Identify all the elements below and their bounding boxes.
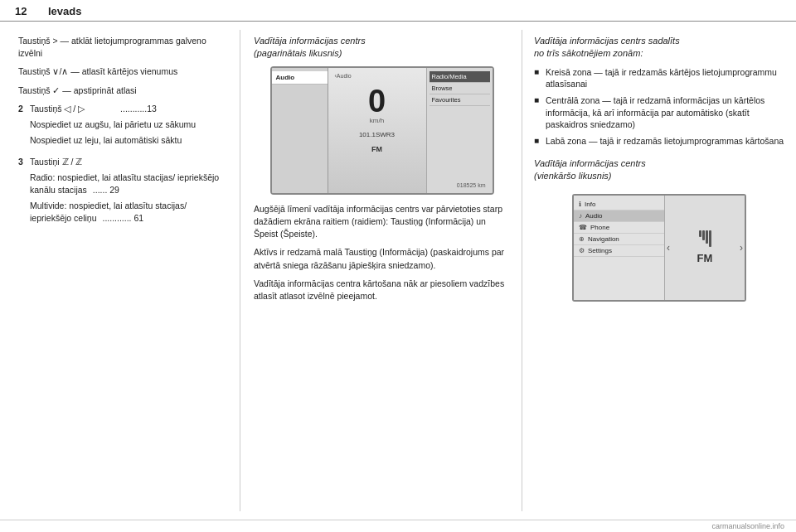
screen2-navigation: ⊕ Navigation — [574, 234, 664, 245]
list-2-label: Taustiņš ◁ / ▷ ...........13 — [30, 103, 225, 115]
screen-speed: 0 — [368, 85, 386, 117]
screen2-info: ℹ Info — [574, 199, 664, 210]
footer: carmanualsonline.info — [0, 520, 796, 532]
page-body: Taustiņš > — atklāt lietojumprogrammas g… — [0, 22, 796, 520]
screen-browse: Browse — [430, 83, 490, 94]
intro-p1: Taustiņš > — atklāt lietojumprogrammas g… — [18, 35, 225, 60]
list-3-label: Taustiņi ℤ / ℤ — [30, 156, 225, 168]
left-column: Taustiņš > — atklāt lietojumprogrammas g… — [0, 30, 240, 511]
screen-image-container: Audio ‹Audio 0 km/h 101.1SWR3 FM 018525 … — [254, 66, 510, 195]
arrow-right-icon: › — [740, 242, 743, 254]
list-2-sub2: Nospiediet uz leju, lai automātiski sākt… — [30, 134, 225, 147]
screen-audio-label: ‹Audio — [335, 73, 352, 79]
screen2-left-panel: ℹ Info ♪ Audio ☎ Phone — [574, 196, 665, 300]
mid-heading: Vadītāja informācijas centrs (pagarināta… — [254, 35, 510, 60]
antenna-waves — [699, 230, 711, 247]
right-heading: Vadītāja informācijas centrs sadalīts no… — [534, 35, 784, 60]
intro-p2: Taustiņš ∨/∧ — atlasīt kārtējos vienumus — [18, 65, 225, 78]
screen2-phone: ☎ Phone — [574, 222, 664, 234]
list-item-2: 2 Taustiņš ◁ / ▷ ...........13 Nospiedie… — [18, 103, 225, 151]
wave-4 — [709, 230, 711, 247]
car-screen-secondary: ℹ Info ♪ Audio ☎ Phone — [572, 194, 746, 302]
mid-body: Augšējā līmenī vadītāja informācijas cen… — [254, 203, 510, 303]
screen2-settings: ⚙ Settings — [574, 245, 664, 257]
mid-p1: Augšējā līmenī vadītāja informācijas cen… — [254, 203, 510, 241]
settings-icon: ⚙ — [579, 247, 585, 254]
list-2-sub1: Nospiediet uz augšu, lai pārietu uz sāku… — [30, 118, 225, 131]
screen-station: 101.1SWR3 — [359, 131, 395, 138]
navigation-icon: ⊕ — [579, 235, 585, 243]
screen2-image-container: ℹ Info ♪ Audio ☎ Phone — [534, 189, 784, 302]
screen-radiomedia: Radio/Media — [430, 71, 490, 83]
screen-freq: FM — [371, 145, 382, 153]
right-body: ■ Kreisā zona — tajā ir redzamās kārtējo… — [534, 66, 784, 148]
intro-p3: Taustiņš ✓ — apstiprināt atlasi — [18, 85, 225, 97]
bullet-text-1: Kreisā zona — tajā ir redzamās kārtējos … — [546, 66, 784, 90]
page: 12 Ievads Taustiņš > — atklāt lietojumpr… — [0, 0, 796, 532]
mid-p2: Aktīvs ir redzamā malā Taustiņg (Informā… — [254, 246, 510, 271]
mid-p3: Vadītāja informācijas centra kārtošana n… — [254, 278, 510, 302]
bullet-text-2: Centrālā zona — tajā ir redzamā informāc… — [546, 94, 784, 131]
antenna-icon — [699, 230, 711, 249]
screen2-right-panel: ‹ FM › — [665, 196, 745, 300]
list-content-3: Taustiņi ℤ / ℤ Radio: nospiediet, lai at… — [30, 156, 225, 229]
screen2-fm-label: FM — [697, 252, 713, 264]
wave-2 — [702, 230, 705, 240]
list-num-3: 3 — [18, 156, 30, 229]
bullet-1: ■ Kreisā zona — tajā ir redzamās kārtējo… — [534, 66, 784, 90]
phone-icon: ☎ — [579, 224, 587, 231]
wave-1 — [699, 230, 701, 237]
bullet-sym-1: ■ — [534, 66, 546, 90]
audio-icon: ♪ — [579, 212, 582, 220]
list-item-3: 3 Taustiņi ℤ / ℤ Radio: nospiediet, lai … — [18, 156, 225, 229]
bullet-3: ■ Labā zona — tajā ir redzamās lietojump… — [534, 135, 784, 148]
list-content-2: Taustiņš ◁ / ▷ ...........13 Nospiediet … — [30, 103, 225, 151]
footer-url: carmanualsonline.info — [711, 522, 784, 530]
right-heading-2: Vadītāja informācijas centrs (vienkāršo … — [534, 157, 784, 182]
screen-center-panel: ‹Audio 0 km/h 101.1SWR3 FM 018525 km — [328, 68, 426, 193]
bullet-2: ■ Centrālā zona — tajā ir redzamā inform… — [534, 94, 784, 131]
page-title: Ievads — [48, 5, 81, 17]
list-3-radio: Radio: nospiediet, lai atlasītu stacijas… — [30, 172, 225, 196]
wave-3 — [706, 230, 708, 244]
list-num-2: 2 — [18, 103, 30, 151]
page-header: 12 Ievads — [0, 0, 796, 22]
screen-favourites: Favourites — [430, 94, 490, 106]
screen-right-panel: Radio/Media Browse Favourites — [426, 68, 493, 193]
arrow-left-icon: ‹ — [667, 242, 670, 254]
bullet-sym-3: ■ — [534, 135, 546, 148]
mid-column: Vadītāja informācijas centrs (pagarināta… — [240, 30, 522, 511]
screen-audio-menu: Audio — [272, 71, 328, 85]
info-icon: ℹ — [579, 201, 581, 208]
screen-unit: km/h — [370, 117, 384, 124]
screen-left-panel: Audio — [272, 68, 328, 193]
bullet-sym-2: ■ — [534, 94, 546, 131]
screen2-audio: ♪ Audio — [574, 210, 664, 222]
bullet-text-3: Labā zona — tajā ir redzamās lietojumpro… — [546, 135, 784, 148]
right-column: Vadītāja informācijas centrs sadalīts no… — [522, 30, 796, 511]
page-number: 12 — [15, 5, 40, 17]
car-screen-main: Audio ‹Audio 0 km/h 101.1SWR3 FM 018525 … — [270, 66, 494, 195]
list-3-media: Multivide: nospiediet, lai atlasītu stac… — [30, 200, 225, 225]
screen-km: 018525 km — [457, 182, 486, 188]
